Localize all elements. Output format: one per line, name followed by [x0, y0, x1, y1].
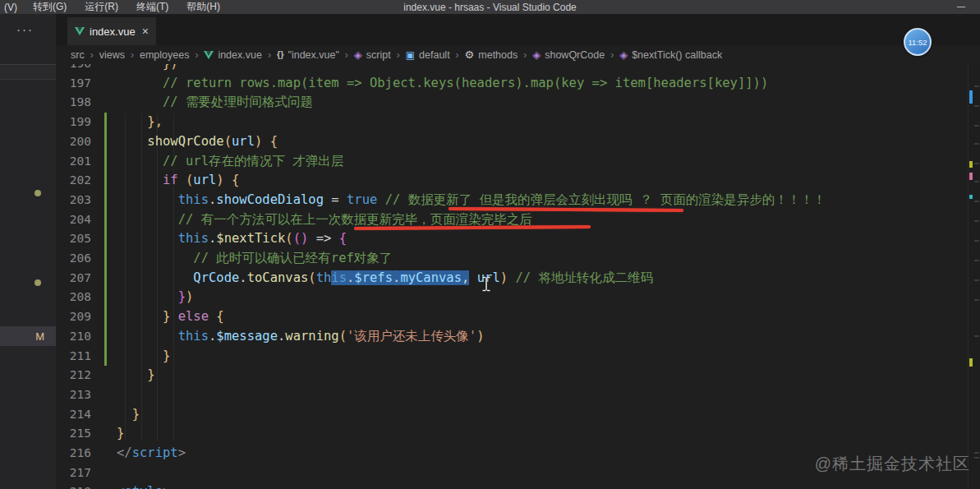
explorer-sidebar: ··· M — [0, 14, 56, 489]
line-number: 204 — [56, 210, 99, 230]
line-number: 218 — [56, 482, 99, 489]
breadcrumb-item[interactable]: views — [99, 49, 125, 61]
breadcrumb-item[interactable]: employees — [140, 49, 189, 61]
code-line[interactable]: 218<style> — [56, 482, 968, 489]
line-number: 206 — [56, 249, 99, 269]
minimap-code-texture — [974, 452, 979, 454]
breadcrumb-item[interactable]: default — [406, 49, 450, 61]
code-line[interactable]: 196 }) — [56, 64, 968, 74]
code-line[interactable]: 200 showQrCode(url) { — [56, 132, 968, 152]
code-line[interactable]: 210 this.$message.warning('该用户还未上传头像') — [56, 327, 968, 347]
minimap-code-texture — [974, 105, 979, 107]
close-icon[interactable]: × — [142, 25, 149, 38]
code-line[interactable]: 199 }, — [56, 113, 968, 132]
minimap-code-texture — [974, 260, 979, 261]
modified-file-dot-icon — [35, 190, 41, 196]
code-line[interactable]: 214 } — [56, 405, 968, 425]
breadcrumb: src›views›employees›index.vue›"index.vue… — [56, 45, 980, 64]
menu-item[interactable]: 转到(G) — [24, 0, 76, 14]
code-text — [99, 464, 117, 483]
menu-item[interactable]: 运行(R) — [76, 0, 127, 14]
menu-item[interactable]: 帮助(H) — [177, 0, 229, 14]
line-number: 212 — [56, 366, 99, 385]
chevron-right-icon: › — [345, 49, 348, 61]
code-line[interactable]: 202 if (url) { — [56, 171, 968, 191]
modified-file-dot-icon — [35, 279, 41, 286]
minimap-code-texture — [974, 201, 979, 202]
minimap-code-texture — [974, 85, 979, 87]
breadcrumb-label: script — [366, 49, 391, 61]
code-line[interactable]: 205 this.$nextTick(() => { — [56, 229, 968, 249]
tab-index-vue[interactable]: index.vue × — [67, 17, 156, 45]
breadcrumb-item[interactable]: index.vue — [204, 49, 262, 61]
minimap-code-texture — [974, 163, 979, 164]
code-text: this.$message.warning('该用户还未上传头像') — [99, 327, 485, 347]
line-number: 201 — [56, 152, 99, 172]
code-text: if (url) { — [99, 171, 239, 191]
chevron-right-icon: › — [397, 49, 400, 61]
line-number: 211 — [56, 347, 99, 367]
code-text — [99, 385, 117, 405]
line-number: 196 — [56, 64, 99, 74]
breadcrumb-item[interactable]: $nextTick() callback — [619, 49, 722, 61]
code-text: // url存在的情况下 才弹出层 — [99, 152, 343, 172]
sidebar-divider — [0, 79, 56, 80]
line-number: 199 — [56, 113, 99, 132]
sidebar-divider — [0, 64, 56, 65]
code-line[interactable]: 212 } — [56, 366, 968, 385]
git-modified-gutter-bar — [104, 113, 107, 366]
code-text: <style> — [99, 482, 170, 489]
cube-icon — [619, 49, 628, 60]
code-line[interactable]: 197 // return rows.map(item => Object.ke… — [56, 74, 968, 94]
breadcrumb-label: views — [99, 49, 125, 61]
breadcrumb-label: default — [419, 49, 450, 61]
line-number: 197 — [56, 74, 99, 94]
vue-icon — [204, 51, 214, 59]
wrench-icon — [465, 49, 475, 60]
code-text: this.$nextTick(() => { — [99, 229, 347, 249]
editor-tab-bar: index.vue × — [56, 14, 980, 45]
ibeam-cursor-icon — [481, 276, 491, 292]
minimap-code-texture — [974, 240, 979, 242]
line-number: 215 — [56, 424, 99, 444]
breadcrumb-item[interactable]: src — [71, 49, 85, 61]
breadcrumb-label: employees — [140, 49, 189, 61]
minimap-code-texture — [974, 181, 979, 182]
code-line[interactable]: 213 — [56, 385, 968, 405]
overview-ruler-mark — [969, 173, 973, 180]
menu-bar-items: (V)转到(G)运行(R)终端(T)帮助(H) — [0, 0, 229, 14]
code-line[interactable]: 209 } else { — [56, 307, 968, 327]
breadcrumb-item[interactable]: script — [354, 49, 391, 61]
code-text: }, — [99, 113, 163, 132]
overview-ruler-mark — [969, 161, 973, 168]
code-line[interactable]: 211 } — [56, 347, 968, 367]
code-line[interactable]: 206 // 此时可以确认已经有ref对象了 — [56, 249, 968, 269]
minimap-code-texture — [974, 335, 979, 337]
breadcrumb-item[interactable]: "index.vue" — [277, 49, 339, 61]
breadcrumb-item[interactable]: methods — [465, 49, 518, 61]
chevron-right-icon: › — [131, 49, 134, 61]
code-line[interactable]: 207 QrCode.toCanvas(this.$refs.myCanvas,… — [56, 269, 968, 288]
minimap-code-texture — [974, 220, 979, 222]
code-line[interactable]: 215} — [56, 424, 968, 444]
code-line[interactable]: 198 // 需要处理时间格式问题 — [56, 93, 968, 113]
code-line[interactable]: 208 }) — [56, 288, 968, 307]
line-number: 202 — [56, 171, 99, 191]
watermark: @稀土掘金技术社区 — [815, 453, 970, 475]
bracket-icon — [406, 50, 415, 60]
overview-ruler-mark — [969, 358, 973, 367]
more-actions-icon[interactable]: ··· — [16, 22, 34, 36]
code-text: showQrCode(url) { — [99, 132, 278, 152]
minimize-button[interactable] — [949, 0, 973, 14]
breadcrumb-label: showQrCode — [545, 49, 605, 61]
breadcrumb-item[interactable]: showQrCode — [532, 49, 605, 61]
code-editor[interactable]: 196 })197 // return rows.map(item => Obj… — [56, 64, 968, 489]
vscode-window: (V)转到(G)运行(R)终端(T)帮助(H) index.vue - hrsa… — [0, 0, 980, 489]
minimap-code-texture — [974, 299, 979, 301]
sidebar-item-selected-file[interactable]: M — [0, 326, 56, 346]
menu-item[interactable]: 终端(T) — [127, 0, 177, 14]
code-line[interactable]: 201 // url存在的情况下 才弹出层 — [56, 152, 968, 172]
chevron-right-icon: › — [268, 49, 271, 61]
minimap[interactable] — [968, 64, 980, 489]
menu-item[interactable]: (V) — [2, 0, 24, 14]
